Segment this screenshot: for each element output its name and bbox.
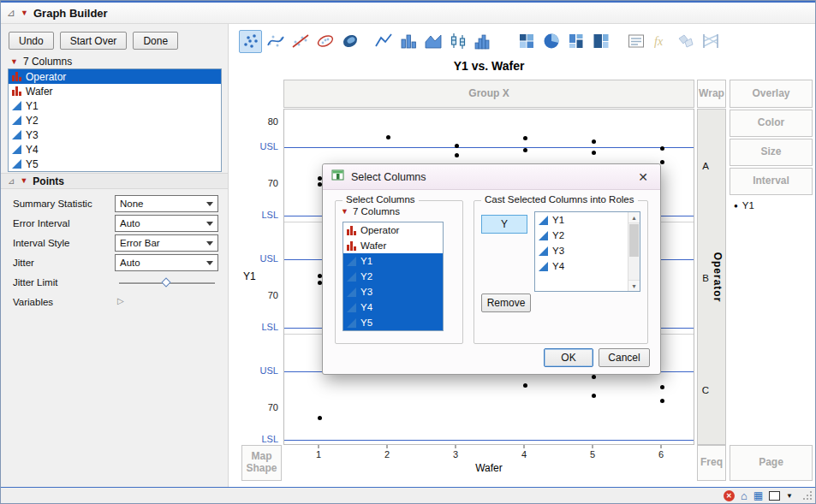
column-item-y4[interactable]: Y4 [535, 258, 627, 274]
column-item-operator[interactable]: Operator [343, 222, 443, 238]
y-tick-label: USL [260, 141, 278, 151]
column-item-y4[interactable]: Y4 [343, 299, 443, 315]
collapse-triangle-icon[interactable]: ⊿ [7, 8, 15, 18]
caption-box-icon[interactable] [624, 30, 647, 53]
error-status-icon[interactable]: ✕ [724, 490, 735, 501]
drop-zone-interval[interactable]: Interval [730, 168, 813, 195]
disclosure-triangle-icon[interactable]: ▷ [117, 296, 124, 305]
window-icon[interactable] [769, 491, 780, 501]
column-item-y2[interactable]: Y2 [9, 113, 221, 127]
drop-zone-color[interactable]: Color [730, 110, 813, 137]
jitter-dropdown[interactable]: Auto [115, 254, 218, 271]
parallel-icon[interactable] [699, 30, 722, 53]
window-accent-border [1, 1, 815, 3]
jitter-limit-slider[interactable] [119, 282, 215, 284]
undo-button[interactable]: Undo [9, 32, 54, 50]
start-over-button[interactable]: Start Over [60, 32, 128, 50]
drop-zone-wrap[interactable]: Wrap [697, 80, 726, 108]
data-point [592, 139, 596, 144]
slider-thumb[interactable] [161, 277, 170, 287]
bar-icon[interactable] [396, 30, 420, 53]
column-item-y3[interactable]: Y3 [9, 127, 221, 142]
data-table-icon[interactable]: ▦ [753, 490, 763, 501]
data-point [318, 182, 322, 187]
drop-zone-size[interactable]: Size [730, 139, 813, 166]
y-axis-ticks[interactable]: 80USLUSLUSL707070LSLLSLLSL [242, 109, 280, 445]
continuous-column-icon [346, 303, 356, 312]
continuous-column-icon [11, 159, 21, 169]
treemap-icon[interactable] [589, 30, 612, 53]
drop-zone-freq[interactable]: Freq [697, 445, 726, 481]
column-item-label: Y2 [360, 271, 372, 282]
data-point [386, 135, 390, 139]
ellipse-icon[interactable] [313, 30, 337, 53]
collapse-triangle-icon[interactable]: ⊿ [8, 177, 15, 186]
drop-zone-overlay[interactable]: Overlay [730, 80, 813, 108]
points-icon[interactable] [239, 30, 262, 53]
remove-button[interactable]: Remove [481, 294, 531, 312]
area-icon[interactable] [421, 30, 444, 53]
red-triangle-menu-icon[interactable]: ▼ [21, 9, 28, 17]
column-item-y3[interactable]: Y3 [343, 284, 443, 299]
ok-button[interactable]: OK [544, 348, 593, 367]
drop-zone-page[interactable]: Page [730, 445, 813, 481]
x-tick-label: 1 [316, 449, 321, 460]
y-role-button[interactable]: Y [481, 215, 527, 234]
summary-statistic-dropdown[interactable]: None [115, 195, 218, 212]
y-role-list: ▴ ▾ Y1Y2Y3Y4 [534, 211, 640, 292]
line-of-fit-icon[interactable] [289, 30, 312, 53]
column-item-label: Y5 [360, 317, 372, 328]
spec-limit-line [284, 147, 694, 148]
error-interval-dropdown[interactable]: Auto [115, 215, 218, 232]
formula-icon[interactable]: fx [649, 30, 672, 53]
interval-style-dropdown[interactable]: Error Bar [115, 234, 218, 252]
red-triangle-menu-icon[interactable]: ▼ [10, 58, 18, 66]
box-plot-icon[interactable] [446, 30, 469, 53]
continuous-column-icon [11, 101, 21, 110]
close-icon[interactable]: ✕ [634, 170, 652, 184]
column-item-y5[interactable]: Y5 [343, 315, 443, 330]
scroll-down-icon[interactable]: ▾ [628, 280, 640, 291]
y-tick-label: USL [260, 253, 278, 264]
dialog-titlebar[interactable]: Select Columns ✕ [323, 164, 660, 190]
y-role-scrollbar[interactable]: ▴ ▾ [628, 212, 640, 291]
column-item-wafer[interactable]: Wafer [343, 238, 443, 253]
control-label: Summary Statistic [13, 199, 92, 209]
column-item-y1[interactable]: Y1 [343, 253, 443, 269]
column-item-y1[interactable]: Y1 [9, 98, 221, 113]
home-icon[interactable]: ⌂ [741, 490, 748, 501]
column-item-wafer[interactable]: Wafer [9, 84, 221, 98]
column-item-y2[interactable]: Y2 [343, 269, 443, 284]
heatmap-icon[interactable] [515, 30, 538, 53]
drop-zone-group-x[interactable]: Group X [283, 80, 694, 108]
column-item-operator[interactable]: Operator [9, 69, 221, 84]
done-button[interactable]: Done [133, 32, 178, 50]
red-triangle-menu-icon[interactable]: ▼ [20, 177, 27, 185]
y-tick-label: 70 [268, 402, 278, 412]
column-item-y4[interactable]: Y4 [9, 142, 221, 157]
scroll-up-icon[interactable]: ▴ [628, 212, 640, 223]
column-item-label: Y1 [26, 100, 39, 112]
column-item-y1[interactable]: Y1 [535, 212, 627, 228]
data-point [455, 144, 459, 148]
red-triangle-menu-icon[interactable]: ▼ [341, 208, 348, 216]
dropdown-arrow-icon[interactable]: ▼ [786, 492, 793, 500]
scroll-thumb[interactable] [629, 224, 639, 257]
drop-zone-map-shape[interactable]: Map Shape [241, 445, 282, 481]
nominal-column-icon [346, 241, 356, 251]
histogram-icon[interactable] [471, 30, 494, 53]
column-item-y2[interactable]: Y2 [535, 228, 627, 243]
column-item-y5[interactable]: Y5 [9, 157, 221, 171]
window-titlebar: ⊿ ▼ Graph Builder [1, 3, 815, 24]
x-axis[interactable]: 123456 [283, 445, 694, 462]
cancel-button[interactable]: Cancel [599, 348, 650, 367]
map-shapes-icon[interactable] [674, 30, 697, 53]
control-label: Variables [13, 297, 53, 307]
contour-icon[interactable] [338, 30, 361, 53]
pie-icon[interactable] [539, 30, 563, 53]
column-item-y3[interactable]: Y3 [535, 243, 627, 258]
line-icon[interactable] [372, 30, 395, 53]
smoother-icon[interactable] [264, 30, 287, 53]
mosaic-icon[interactable] [564, 30, 587, 53]
x-axis-title[interactable]: Wafer [283, 462, 694, 474]
